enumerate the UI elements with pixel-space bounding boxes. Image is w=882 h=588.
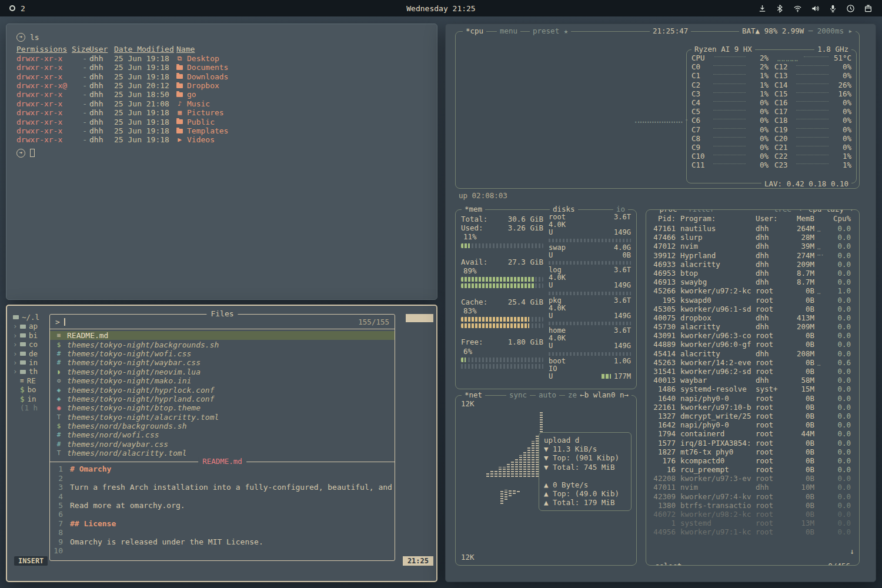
proc-row[interactable]: 40013waybardhh58M0.0 xyxy=(651,376,857,385)
picker-item[interactable]: #themes/tokyo-night/waybar.css xyxy=(50,358,395,367)
cpu-box-title[interactable]: *cpu xyxy=(463,26,486,35)
io-title[interactable]: io xyxy=(613,205,628,213)
package-icon[interactable] xyxy=(864,4,873,13)
workspace-number[interactable]: 2 xyxy=(21,4,25,13)
mem-box: *mem disks io Total:30.6 GiBUsed:3.26 Gi… xyxy=(455,209,637,389)
proc-program: nautilus xyxy=(680,224,756,233)
picker-item[interactable]: ◉themes/tokyo-night/btop.theme xyxy=(50,403,395,412)
picker-item-label: themes/tokyo-night/hyprlock.conf xyxy=(67,386,214,395)
proc-col-memb[interactable]: MemB xyxy=(783,214,814,223)
proc-row[interactable]: 46072kworker/u98:2-kcroot0B0.0 xyxy=(651,510,857,519)
proc-row[interactable]: 47011nvimdhh10M0.0 xyxy=(651,483,857,492)
proc-row[interactable]: 22161kworker/u97:10-broot0B0.0 xyxy=(651,403,857,412)
picker-item[interactable]: Tthemes/nord/alacritty.toml xyxy=(50,449,395,457)
shell-prompt-empty[interactable]: ➜ xyxy=(16,149,427,158)
picker-item[interactable]: ◈themes/tokyo-night/hyprlock.conf xyxy=(50,385,395,394)
net-auto-button[interactable]: auto xyxy=(536,390,559,399)
proc-tree-button[interactable]: tree xyxy=(771,209,794,213)
proc-col-program[interactable]: Program: xyxy=(680,214,756,223)
proc-row[interactable]: 1642napi/phy0-0root0B0.0 xyxy=(651,420,857,429)
proc-row[interactable]: 42309kworker/u97:4-kvroot0B0.0 xyxy=(651,492,857,501)
proc-row[interactable]: 195kswapd0root0B0.0 xyxy=(651,296,857,305)
tray-arrow-icon[interactable] xyxy=(758,4,767,13)
proc-row[interactable]: 45266kworker/u97:2-kcroot0B⣀1.0 xyxy=(651,286,857,295)
proc-row[interactable]: 44889kworker/u96:0-gfroot0B0.0 xyxy=(651,340,857,349)
mem-box-title[interactable]: *mem xyxy=(462,205,485,213)
proc-col-cpu[interactable]: Cpu% xyxy=(832,214,857,223)
pictures-icon: ▦ xyxy=(176,108,183,117)
proc-row[interactable]: 1327dmcrypt_write/25root0B0.0 xyxy=(651,412,857,420)
picker-item[interactable]: $themes/nord/backgrounds.sh xyxy=(50,422,395,430)
proc-row[interactable]: 1577irq/81-PIXA3854:root0B0.0 xyxy=(651,439,857,447)
proc-row[interactable]: 44956kworker/u97:1-kcroot0B0.0 xyxy=(651,527,857,536)
picker-item[interactable]: ◗themes/tokyo-night/neovim.lua xyxy=(50,368,395,376)
net-box-title[interactable]: *net xyxy=(462,390,485,399)
proc-row[interactable]: 31541kworker/u96:2-sdroot0B0.0 xyxy=(651,367,857,376)
proc-row[interactable]: 45414alacrittydhh208M0.0 xyxy=(651,349,857,358)
proc-row[interactable]: 43091kworker/u96:3-coroot0B0.0 xyxy=(651,331,857,340)
proc-row[interactable]: 46933alacrittydhh209M0.0 xyxy=(651,260,857,269)
proc-row[interactable]: 39912Hyprlanddhh274M⠒⠂0.0 xyxy=(651,251,857,260)
picker-item[interactable]: #themes/tokyo-night/wofi.css xyxy=(50,349,395,358)
proc-filter-button[interactable]: filter xyxy=(685,209,717,213)
proc-col-pid[interactable]: Pid: xyxy=(651,214,680,223)
volume-icon[interactable] xyxy=(811,4,820,13)
proc-row[interactable]: 1640napi/phy0-0root0B0.0 xyxy=(651,394,857,403)
proc-row[interactable]: 1794containerdroot44M0.0 xyxy=(651,429,857,438)
file-size: - xyxy=(72,126,89,135)
net-interface[interactable]: ←b wlan0 n→ xyxy=(577,390,632,399)
proc-row[interactable]: 40075dropboxdhh413M0.0 xyxy=(651,313,857,322)
workspace-icon[interactable] xyxy=(9,5,15,11)
proc-footer-select[interactable]: select ↵ xyxy=(652,562,693,566)
proc-box-title[interactable]: *proc xyxy=(652,209,680,213)
disks-title[interactable]: disks xyxy=(550,205,578,213)
btop-window[interactable]: *cpu menu preset ★ 21:25:47 BAT▲ 98% 2.9… xyxy=(445,24,876,582)
proc-pid: 195 xyxy=(651,296,680,305)
proc-row[interactable]: 45305kworker/u96:1-sdroot0B0.0 xyxy=(651,305,857,313)
proc-row[interactable]: 16rcu_preemptroot0B0.0 xyxy=(651,465,857,474)
picker-item[interactable]: ⚙themes/tokyo-night/mako.ini xyxy=(50,376,395,385)
proc-row[interactable]: 46953btopdhh8.7M0.0 xyxy=(651,269,857,278)
proc-row[interactable]: 45730alacrittydhh209M0.0 xyxy=(651,322,857,331)
proc-user: root xyxy=(756,412,783,420)
proc-pid: 1640 xyxy=(651,394,680,403)
proc-row[interactable]: 46913swaybgdhh8.7M0.0 xyxy=(651,278,857,286)
proc-row[interactable]: 1486systemd-resolvesyst+15M0.0 xyxy=(651,385,857,393)
proc-row[interactable]: 1827mt76-tx phy0root0B0.0 xyxy=(651,447,857,456)
tree-item-label: co xyxy=(29,340,38,349)
proc-scroll-down[interactable]: ↓ xyxy=(850,547,854,556)
line-number: 9 xyxy=(50,537,70,546)
disk-label: U xyxy=(549,312,553,320)
proc-sort-nav[interactable]: ← cpu lazy → xyxy=(797,209,856,213)
proc-row[interactable]: 47466slurpdhh28M0.0 xyxy=(651,233,857,242)
bluetooth-icon[interactable] xyxy=(776,4,784,13)
menu-button[interactable]: menu xyxy=(497,26,520,35)
proc-row[interactable]: 1systemdroot13M0.0 xyxy=(651,519,857,527)
proc-row[interactable]: 47012nvimdhh39M⣀0.0 xyxy=(651,242,857,250)
core-half: C70% xyxy=(691,125,769,134)
picker-item[interactable]: ≡README.md xyxy=(50,331,395,340)
picker-item[interactable]: Tthemes/tokyo-night/alacritty.toml xyxy=(50,413,395,422)
proc-row[interactable]: 47161nautilusdhh264M⣀0.0 xyxy=(651,224,857,233)
preset-button[interactable]: preset ★ xyxy=(530,26,571,35)
net-sync-button[interactable]: sync xyxy=(506,390,530,399)
scrollbar-thumb[interactable] xyxy=(406,314,433,322)
terminal-window[interactable]: ➜ ls Permissions Size User Date Modified… xyxy=(6,24,437,300)
proc-user: dhh xyxy=(756,269,783,278)
editor-window[interactable]: ~/.l ›ap›bi›co›de›in›th≡RE$bo$in(1 h Fil… xyxy=(6,305,437,582)
picker-item[interactable]: ◈themes/tokyo-night/hyprland.conf xyxy=(50,395,395,403)
picker-item[interactable]: $themes/tokyo-night/backgrounds.sh xyxy=(50,340,395,349)
picker-item[interactable]: #themes/nord/waybar.css xyxy=(50,440,395,449)
proc-col-user[interactable]: User: xyxy=(756,214,783,223)
disk-value: 1.0G xyxy=(614,358,631,365)
picker-item[interactable]: #themes/nord/wofi.css xyxy=(50,430,395,439)
microphone-icon[interactable] xyxy=(828,4,837,13)
proc-row[interactable]: 42208kworker/u97:3-evroot0B0.0 xyxy=(651,474,857,483)
proc-row[interactable]: 45263kworker/14:2-everoot0B⣀0.6 xyxy=(651,358,857,367)
wifi-icon[interactable] xyxy=(793,4,802,13)
proc-pid: 1577 xyxy=(651,439,680,447)
proc-row[interactable]: 1380btrfs-transactioroot0B0.0 xyxy=(651,501,857,510)
proc-row[interactable]: 176kcompactd0root0B0.0 xyxy=(651,456,857,465)
refresh-interval[interactable]: ─ 2000ms ▸ xyxy=(806,26,856,35)
clock-icon[interactable] xyxy=(846,4,855,13)
